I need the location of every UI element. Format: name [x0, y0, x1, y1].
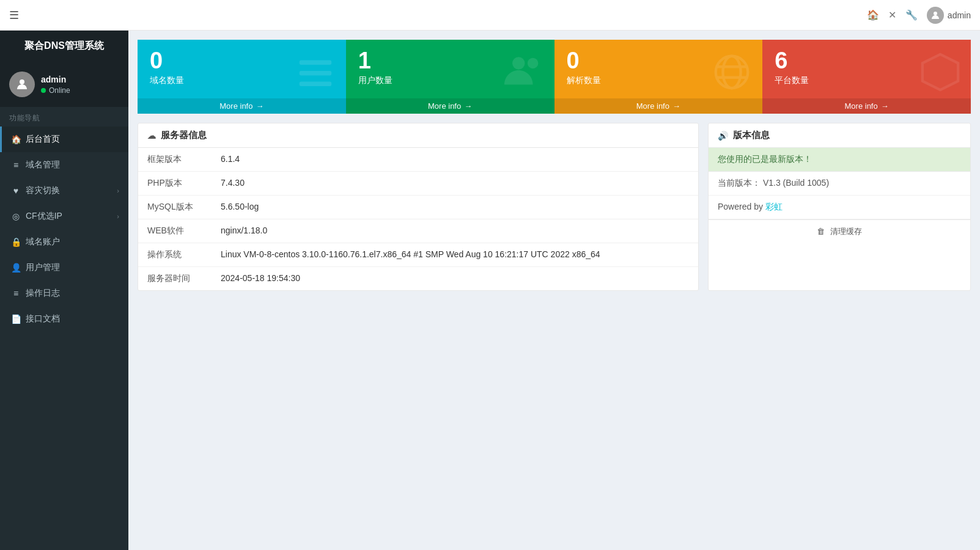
clear-cache-label: 清理缓存 — [830, 227, 862, 236]
row-value: Linux VM-0-8-centos 3.10.0-1160.76.1.el7… — [212, 243, 698, 267]
hamburger-button[interactable]: ☰ — [9, 9, 19, 22]
sidebar-section-title: 功能导航 — [0, 107, 128, 127]
stat-card-resolve: 0 解析数量 Mor — [554, 40, 763, 114]
user-mgmt-icon: 👤 — [11, 263, 21, 273]
version-current-value: V1.3 (Build 1005) — [763, 178, 829, 188]
version-info-header: 🔊 版本信息 — [709, 123, 970, 148]
domain-count-label: 域名数量 — [150, 75, 184, 86]
server-info-body: 框架版本 6.1.4 PHP版本 7.4.30 MySQL版本 5.6.50-l… — [138, 148, 698, 290]
sidebar-item-domain-account[interactable]: 🔒 域名账户 — [0, 229, 128, 255]
trash-icon: 🗑 — [817, 227, 825, 236]
stat-card-platform: 6 平台数量 More info → — [762, 40, 971, 114]
version-info-title: 版本信息 — [733, 130, 770, 141]
row-value: 5.6.50-log — [212, 196, 698, 219]
cname-icon: ♥ — [11, 186, 21, 196]
main-wrapper: 聚合DNS管理系统 admin Online 功能导航 🏠 后台首页 ≡ — [0, 31, 980, 550]
chevron-right-icon-2: › — [117, 213, 119, 220]
platform-bg-icon — [919, 51, 962, 103]
sidebar-item-dashboard[interactable]: 🏠 后台首页 — [0, 127, 128, 152]
sidebar-item-user-mgmt[interactable]: 👤 用户管理 — [0, 255, 128, 280]
admin-avatar-small — [927, 7, 944, 24]
user-count-label: 用户数量 — [358, 75, 392, 86]
table-row: 操作系统 Linux VM-0-8-centos 3.10.0-1160.76.… — [138, 243, 698, 267]
settings-nav-button[interactable]: 🔧 — [905, 9, 918, 21]
platform-more-info[interactable]: More info → — [762, 98, 971, 114]
clear-cache-button[interactable]: 🗑 清理缓存 — [709, 219, 970, 243]
row-value: 2024-05-18 19:54:30 — [212, 267, 698, 291]
more-info-arrow-icon-4: → — [881, 101, 889, 111]
status-indicator — [41, 88, 46, 93]
sidebar: 聚合DNS管理系统 admin Online 功能导航 🏠 后台首页 ≡ — [0, 31, 128, 550]
sidebar-avatar — [9, 72, 35, 97]
sidebar-user-info: admin Online — [41, 75, 70, 95]
version-powered-row: Powered by 彩虹 — [709, 196, 970, 219]
user-count-number: 1 — [358, 49, 392, 72]
svg-rect-3 — [300, 71, 332, 75]
chevron-right-icon: › — [117, 187, 119, 194]
version-current-row: 当前版本： V1.3 (Build 1005) — [709, 172, 970, 196]
user-bg-icon — [503, 51, 545, 103]
cf-ip-icon: ◎ — [11, 211, 21, 221]
sidebar-brand: 聚合DNS管理系统 — [0, 31, 128, 62]
row-value: 6.1.4 — [212, 148, 698, 172]
row-key: 操作系统 — [138, 243, 212, 267]
row-value: nginx/1.18.0 — [212, 219, 698, 243]
svg-point-5 — [512, 57, 525, 69]
admin-user-menu[interactable]: admin — [927, 7, 971, 24]
svg-point-0 — [934, 12, 937, 15]
domain-count-number: 0 — [150, 49, 184, 72]
sidebar-item-api-docs[interactable]: 📄 接口文档 — [0, 306, 128, 332]
navbar-right: 🏠 ✕ 🔧 admin — [867, 7, 971, 24]
row-key: MySQL版本 — [138, 196, 212, 219]
top-navbar: ☰ 🏠 ✕ 🔧 admin — [0, 0, 980, 31]
user-more-info[interactable]: More info → — [346, 98, 554, 114]
stat-cards-row: 0 域名数量 More — [138, 40, 971, 114]
domain-account-icon: 🔒 — [11, 237, 21, 247]
home-nav-button[interactable]: 🏠 — [867, 9, 879, 21]
server-info-header: ☁ 服务器信息 — [138, 123, 698, 148]
svg-point-8 — [723, 56, 741, 88]
cname-label: 容灾切换 — [26, 185, 60, 196]
api-docs-label: 接口文档 — [26, 314, 60, 324]
more-info-arrow-icon: → — [256, 101, 263, 111]
table-row: PHP版本 7.4.30 — [138, 172, 698, 196]
svg-point-7 — [716, 56, 748, 88]
domain-account-label: 域名账户 — [26, 237, 60, 248]
sidebar-item-cf-ip[interactable]: ◎ CF优选IP › — [0, 204, 128, 229]
dashboard-icon: 🏠 — [11, 134, 21, 144]
stat-card-user: 1 用户数量 Mor — [346, 40, 554, 114]
api-docs-icon: 📄 — [11, 314, 21, 324]
close-nav-button[interactable]: ✕ — [888, 9, 896, 21]
server-info-panel: ☁ 服务器信息 框架版本 6.1.4 PHP版本 7.4.30 — [138, 123, 699, 291]
sidebar-item-operation-log[interactable]: ≡ 操作日志 — [0, 280, 128, 306]
powered-link[interactable]: 彩虹 — [765, 202, 783, 211]
domain-more-info[interactable]: More info → — [138, 98, 346, 114]
platform-count-label: 平台数量 — [775, 75, 809, 86]
domain-mgmt-icon: ≡ — [11, 160, 21, 170]
more-info-arrow-icon-3: → — [672, 101, 680, 111]
domain-bg-icon — [294, 51, 337, 103]
row-key: 服务器时间 — [138, 267, 212, 291]
version-latest-alert: 您使用的已是最新版本！ — [709, 148, 970, 172]
sidebar-item-cname-switch[interactable]: ♥ 容灾切换 › — [0, 178, 128, 204]
row-value: 7.4.30 — [212, 172, 698, 196]
cloud-icon: ☁ — [147, 131, 156, 141]
bottom-panels: ☁ 服务器信息 框架版本 6.1.4 PHP版本 7.4.30 — [138, 123, 971, 291]
user-mgmt-label: 用户管理 — [26, 262, 60, 273]
sidebar-username: admin — [41, 75, 70, 84]
cf-ip-label: CF优选IP — [26, 211, 62, 222]
table-row: 框架版本 6.1.4 — [138, 148, 698, 172]
row-key: 框架版本 — [138, 148, 212, 172]
svg-point-6 — [527, 57, 538, 68]
resolve-more-info[interactable]: More info → — [554, 98, 763, 114]
row-key: WEB软件 — [138, 219, 212, 243]
table-row: 服务器时间 2024-05-18 19:54:30 — [138, 267, 698, 291]
content-area: 0 域名数量 More — [128, 31, 980, 550]
table-row: WEB软件 nginx/1.18.0 — [138, 219, 698, 243]
svg-rect-4 — [300, 81, 332, 86]
domain-mgmt-label: 域名管理 — [26, 160, 60, 170]
sidebar-item-domain-mgmt[interactable]: ≡ 域名管理 — [0, 152, 128, 178]
platform-count-number: 6 — [775, 49, 809, 72]
version-info-body: 您使用的已是最新版本！ 当前版本： V1.3 (Build 1005) Powe… — [709, 148, 970, 219]
svg-rect-2 — [300, 60, 332, 64]
